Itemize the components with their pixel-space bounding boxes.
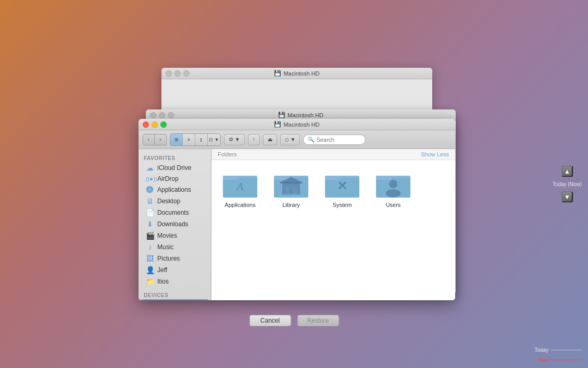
users-folder-icon [375, 168, 411, 200]
maximize-button[interactable] [160, 121, 167, 128]
back-tl-3 [168, 112, 174, 118]
chevron-down-icon: ▼ [564, 193, 570, 201]
close-button[interactable] [143, 121, 149, 128]
sidebar-item-movies[interactable]: 🎬 Movies [141, 230, 209, 241]
sidebar-item-macintosh-hd[interactable]: 💾 Macintosh HD [141, 299, 209, 300]
back-window-title: 💾 Macintosh HD [278, 112, 323, 118]
desktop-icon: 🖥 [146, 197, 154, 205]
show-less-button[interactable]: Show Less [421, 151, 449, 157]
dialog-buttons: Cancel Restore [249, 315, 339, 326]
svg-point-20 [386, 189, 401, 198]
cover-flow-button[interactable]: ⊡ ▼ [208, 134, 220, 145]
system-folder-icon: ✕ [324, 168, 360, 200]
applications-folder-label: Applications [224, 202, 255, 208]
now-line [551, 360, 582, 360]
cancel-button[interactable]: Cancel [249, 315, 291, 326]
airdrop-icon: ((●)) [146, 176, 154, 182]
svg-point-19 [389, 180, 397, 188]
forward-button[interactable]: › [155, 134, 166, 145]
search-box[interactable]: 🔍 [303, 134, 366, 145]
back-tl-2 [159, 112, 165, 118]
sidebar-item-itios[interactable]: 📁 Itios [141, 276, 209, 287]
titlebar: 💾 Macintosh HD [139, 119, 455, 130]
favorites-label: FAVORITES [139, 153, 211, 162]
search-input[interactable] [316, 137, 361, 143]
svg-text:A: A [235, 180, 244, 193]
traffic-lights [143, 121, 167, 128]
sidebar-item-label: Desktop [157, 198, 180, 205]
itios-icon: 📁 [146, 277, 154, 286]
list-view-button[interactable]: ≡ [183, 134, 195, 145]
sidebar-item-desktop[interactable]: 🖥 Desktop [141, 195, 209, 207]
restore-button[interactable]: Restore [297, 315, 339, 326]
share-button[interactable]: ↑ [248, 134, 260, 145]
folders-grid: A Applications [211, 160, 455, 216]
timeline-down-button[interactable]: ▼ [561, 191, 573, 203]
sidebar-item-documents[interactable]: 📄 Documents [141, 207, 209, 218]
svg-rect-9 [285, 187, 290, 194]
jeff-icon: 👤 [146, 266, 154, 274]
folder-applications[interactable]: A Applications [217, 165, 264, 211]
action-button[interactable]: ⚙ ▼ [224, 134, 245, 145]
sidebar-item-label: Applications [157, 186, 191, 193]
sidebar-item-downloads[interactable]: ⬇ Downloads [141, 218, 209, 230]
search-icon: 🔍 [308, 137, 314, 142]
icon-view-button[interactable]: ⊞ [170, 134, 183, 145]
icloud-icon: ☁ [146, 164, 154, 172]
bg-window-title: 💾 Macintosh HD [274, 70, 319, 77]
sidebar-item-label: Movies [157, 232, 177, 239]
movies-icon: 🎬 [146, 231, 154, 240]
sidebar-item-pictures[interactable]: 🖼 Pictures [141, 253, 209, 264]
chevron-up-icon: ▲ [564, 168, 570, 175]
sidebar-item-label: Music [157, 243, 173, 251]
main-content: Folders Show Less [211, 149, 455, 300]
bg-tl-red [166, 70, 172, 77]
devices-label: DEVICES [139, 290, 211, 299]
system-folder-label: System [333, 202, 352, 208]
timeline-today-now-label: Today (Now) [553, 181, 582, 187]
sidebar-item-label: Jeff [157, 266, 167, 274]
bg-tl-green [183, 70, 190, 77]
library-folder-label: Library [282, 202, 300, 208]
today-line [551, 350, 582, 350]
documents-icon: 📄 [146, 208, 154, 217]
window-body: FAVORITES ☁ iCloud Drive ((●)) AirDrop 🅐… [139, 149, 455, 300]
folder-library[interactable]: Library [268, 165, 315, 211]
nav-buttons: ‹ › [143, 134, 167, 145]
pictures-icon: 🖼 [146, 254, 154, 263]
eject-button[interactable]: ⏏ [263, 134, 277, 145]
today-marker: Today [534, 347, 582, 353]
sidebar-item-airdrop[interactable]: ((●)) AirDrop [141, 174, 209, 184]
svg-rect-11 [280, 182, 302, 183]
folders-header: Folders Show Less [211, 149, 455, 160]
bg-tl-yellow [174, 70, 181, 77]
folder-users[interactable]: Users [370, 165, 417, 211]
window-title: 💾 Macintosh HD [274, 121, 319, 128]
folder-system[interactable]: ✕ System [319, 165, 366, 211]
sidebar-item-label: Downloads [157, 220, 188, 228]
now-marker: Now [534, 357, 582, 363]
back-tl-1 [150, 112, 156, 118]
sidebar-item-music[interactable]: ♪ Music [141, 241, 209, 253]
minimize-button[interactable] [152, 121, 158, 128]
sidebar: FAVORITES ☁ iCloud Drive ((●)) AirDrop 🅐… [139, 149, 211, 300]
sidebar-item-jeff[interactable]: 👤 Jeff [141, 264, 209, 276]
users-folder-label: Users [386, 202, 401, 208]
sidebar-item-applications[interactable]: 🅐 Applications [141, 184, 209, 195]
sidebar-item-label: AirDrop [157, 175, 179, 182]
sidebar-item-icloud-drive[interactable]: ☁ iCloud Drive [141, 162, 209, 174]
sidebar-item-label: Itios [157, 278, 169, 285]
sidebar-item-label: Documents [157, 209, 189, 216]
svg-text:✕: ✕ [337, 179, 347, 193]
column-view-button[interactable]: ⫿ [195, 134, 208, 145]
svg-rect-10 [293, 187, 297, 194]
applications-folder-icon: A [222, 168, 258, 200]
applications-icon: 🅐 [146, 186, 154, 194]
library-folder-icon [273, 168, 309, 200]
timeline-sidebar: ▲ Today (Now) ▼ [553, 166, 582, 203]
dropbox-button[interactable]: ◇ ▼ [280, 134, 301, 145]
view-buttons: ⊞ ≡ ⫿ ⊡ ▼ [170, 133, 221, 146]
timeline-up-button[interactable]: ▲ [561, 166, 573, 177]
back-button[interactable]: ‹ [143, 134, 155, 145]
toolbar: ‹ › ⊞ ≡ ⫿ ⊡ ▼ ⚙ ▼ ↑ ⏏ ◇ ▼ 🔍 [139, 130, 455, 149]
